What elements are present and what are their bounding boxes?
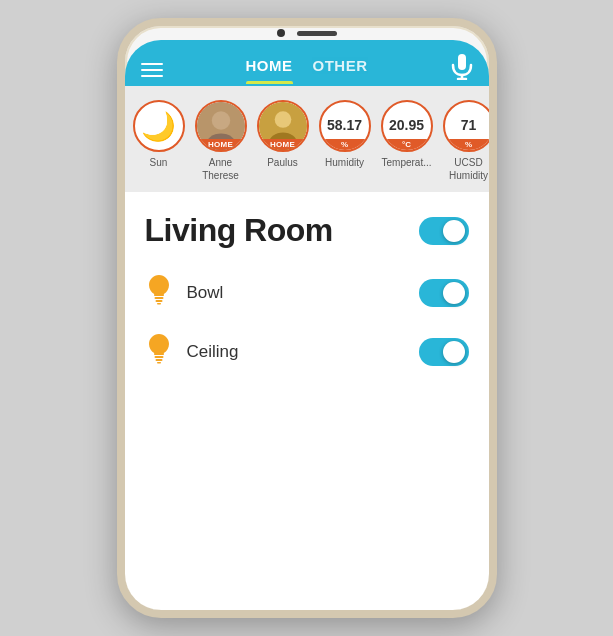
ceiling-name: Ceiling — [187, 342, 239, 362]
ucsd-humidity-unit: % — [445, 139, 489, 150]
ucsd-humidity-circle: 71 % — [443, 100, 489, 152]
ceiling-left: Ceiling — [145, 332, 239, 371]
sensor-ucsd-humidity[interactable]: 71 % UCSD Humidity — [443, 100, 489, 182]
sensor-humidity[interactable]: 58.17 % Humidity — [319, 100, 371, 182]
svg-point-7 — [274, 111, 291, 128]
room-header: Living Room — [145, 212, 469, 249]
anne-badge: HOME — [197, 139, 245, 150]
humidity-label: Humidity — [325, 156, 364, 169]
phone-frame: HOME OTHER 🌙 — [0, 0, 613, 636]
tab-home[interactable]: HOME — [246, 57, 293, 84]
nav-bar: HOME OTHER — [125, 40, 489, 86]
sun-circle: 🌙 — [133, 100, 185, 152]
phone-body: HOME OTHER 🌙 — [117, 18, 497, 618]
sensor-sun[interactable]: 🌙 Sun — [133, 100, 185, 182]
nav-tabs: HOME OTHER — [246, 57, 368, 84]
tab-other[interactable]: OTHER — [313, 57, 368, 84]
device-list: Bowl — [145, 273, 469, 371]
temperature-value: 20.95 — [389, 118, 424, 133]
phone-speaker — [297, 31, 337, 36]
paulus-badge: HOME — [259, 139, 307, 150]
device-ceiling: Ceiling — [145, 332, 469, 371]
temperature-circle: 20.95 °C — [381, 100, 433, 152]
room-title: Living Room — [145, 212, 333, 249]
ceiling-bulb-icon — [145, 332, 173, 371]
microphone-icon[interactable] — [451, 54, 473, 86]
sensor-anne[interactable]: HOME Anne Therese — [195, 100, 247, 182]
ceiling-toggle[interactable] — [419, 338, 469, 366]
humidity-circle: 58.17 % — [319, 100, 371, 152]
humidity-value: 58.17 — [327, 118, 362, 133]
ucsd-humidity-label: UCSD Humidity — [449, 156, 488, 182]
svg-rect-10 — [155, 300, 162, 302]
sensor-temperature[interactable]: 20.95 °C Temperat... — [381, 100, 433, 182]
device-bowl: Bowl — [145, 273, 469, 312]
hamburger-menu-button[interactable] — [141, 63, 163, 77]
bowl-left: Bowl — [145, 273, 224, 312]
bowl-toggle[interactable] — [419, 279, 469, 307]
ucsd-humidity-value: 71 — [461, 118, 477, 133]
svg-rect-0 — [458, 54, 466, 70]
svg-rect-14 — [157, 362, 161, 364]
temperature-unit: °C — [383, 139, 431, 150]
humidity-unit: % — [321, 139, 369, 150]
bowl-name: Bowl — [187, 283, 224, 303]
anne-label: Anne Therese — [202, 156, 239, 182]
svg-rect-9 — [154, 297, 163, 299]
paulus-label: Paulus — [267, 156, 298, 169]
svg-rect-13 — [155, 359, 162, 361]
svg-rect-12 — [154, 356, 163, 358]
bowl-bulb-icon — [145, 273, 173, 312]
anne-circle: HOME — [195, 100, 247, 152]
svg-point-4 — [211, 111, 229, 129]
sun-label: Sun — [150, 156, 168, 169]
paulus-circle: HOME — [257, 100, 309, 152]
phone-top — [247, 26, 367, 40]
main-content: Living Room — [125, 192, 489, 610]
room-toggle[interactable] — [419, 217, 469, 245]
moon-symbol: 🌙 — [141, 110, 176, 143]
front-camera — [277, 29, 285, 37]
temperature-label: Temperat... — [381, 156, 431, 169]
sensors-bar: 🌙 Sun HOME — [125, 86, 489, 192]
screen: HOME OTHER 🌙 — [125, 40, 489, 610]
sensor-paulus[interactable]: HOME Paulus — [257, 100, 309, 182]
svg-rect-11 — [157, 303, 161, 305]
